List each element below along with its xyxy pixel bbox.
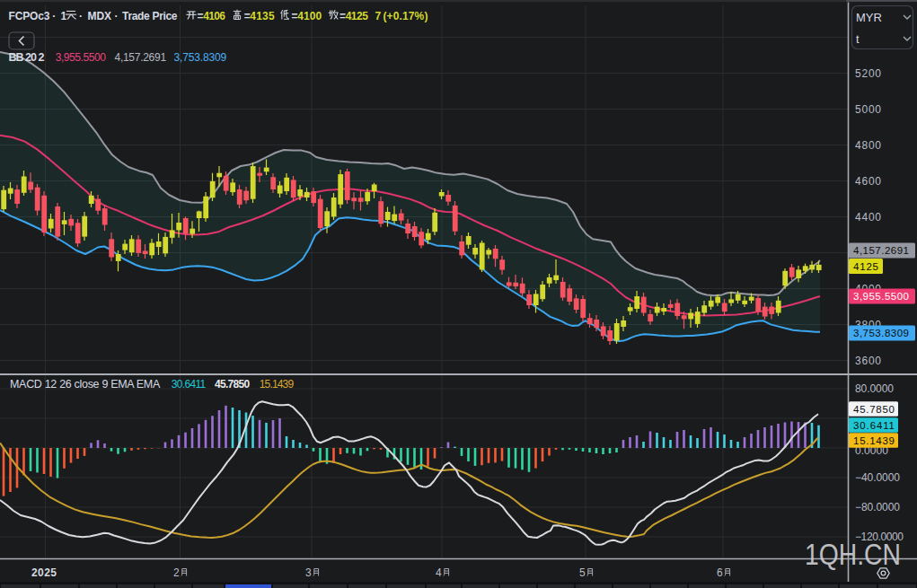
- svg-text:4,157.2691: 4,157.2691: [853, 245, 909, 256]
- svg-text:3,955.5500: 3,955.5500: [853, 291, 909, 302]
- svg-text:5: 5: [579, 566, 586, 579]
- svg-text:2: 2: [173, 566, 180, 579]
- svg-text:30.6411: 30.6411: [853, 420, 895, 431]
- svg-text:5000: 5000: [855, 103, 881, 116]
- svg-text:1: 1: [61, 10, 67, 22]
- svg-text:4135: 4135: [250, 10, 275, 22]
- svg-text:4,157.2691: 4,157.2691: [115, 51, 167, 64]
- svg-text:45.7850: 45.7850: [853, 404, 895, 415]
- svg-text:−80.0000: −80.0000: [855, 501, 900, 513]
- svg-text:4106: 4106: [203, 10, 225, 22]
- svg-text:80.0000: 80.0000: [855, 382, 894, 395]
- svg-text:2025: 2025: [31, 566, 57, 579]
- svg-text:−40.0000: −40.0000: [855, 471, 900, 484]
- svg-text:MDX: MDX: [87, 10, 111, 22]
- svg-text:4: 4: [436, 566, 442, 579]
- svg-text:4800: 4800: [855, 139, 881, 152]
- svg-text:·: ·: [115, 10, 119, 22]
- svg-text:3: 3: [305, 566, 312, 579]
- svg-text:FCPOc3: FCPOc3: [9, 10, 50, 22]
- svg-text:3,753.8309: 3,753.8309: [853, 328, 909, 338]
- svg-text:MACD 12 26 close 9 EMA EMA: MACD 12 26 close 9 EMA EMA: [10, 378, 161, 391]
- svg-text:45.7850: 45.7850: [215, 378, 251, 391]
- svg-text:·: ·: [79, 10, 83, 22]
- svg-text:4125: 4125: [346, 10, 369, 22]
- svg-text:4100: 4100: [297, 10, 322, 22]
- svg-text:3,753.8309: 3,753.8309: [173, 51, 226, 64]
- svg-text:3600: 3600: [855, 355, 881, 367]
- svg-text:3,955.5500: 3,955.5500: [56, 51, 107, 64]
- svg-text:4125: 4125: [853, 261, 878, 272]
- svg-text:·: ·: [52, 10, 56, 22]
- svg-text:30.6411: 30.6411: [172, 378, 207, 391]
- svg-text:5200: 5200: [855, 67, 881, 80]
- svg-text:MYR: MYR: [856, 11, 882, 24]
- svg-text:15.1439: 15.1439: [853, 435, 895, 446]
- svg-text:4400: 4400: [855, 211, 881, 224]
- svg-text:15.1439: 15.1439: [260, 378, 295, 391]
- svg-text:7: 7: [375, 10, 382, 22]
- svg-text:6: 6: [717, 566, 723, 579]
- svg-text:t: t: [856, 32, 860, 46]
- svg-text:BB 20 2: BB 20 2: [9, 51, 45, 64]
- svg-text:Trade Price: Trade Price: [122, 10, 178, 22]
- svg-text:4600: 4600: [855, 175, 881, 188]
- svg-text:(+0.17%): (+0.17%): [383, 10, 428, 22]
- svg-text:−120.0000: −120.0000: [855, 531, 904, 543]
